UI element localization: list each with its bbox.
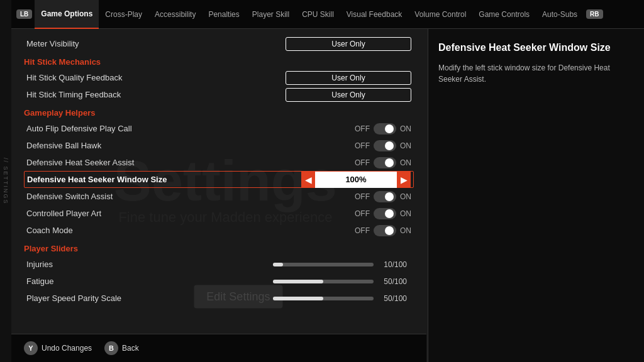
- injuries-slider-value: 10/100: [379, 260, 407, 269]
- hit-stick-quality-row: Hit Stick Quality Feedback User Only: [24, 69, 414, 86]
- bottom-bar: Y Undo Changes B Back: [11, 334, 426, 362]
- controlled-player-art-row: Controlled Player Art OFF ON: [24, 205, 414, 222]
- hit-stick-timing-dropdown[interactable]: User Only: [286, 88, 411, 102]
- hit-stick-section-label: Hit Stick Mechanics: [24, 57, 414, 67]
- auto-flip-off-label: OFF: [355, 124, 370, 133]
- fatigue-label: Fatigue: [26, 277, 273, 286]
- nav-visual-feedback[interactable]: Visual Feedback: [340, 0, 409, 29]
- switch-assist-off-label: OFF: [355, 192, 370, 201]
- rb-button[interactable]: RB: [586, 9, 602, 19]
- fatigue-row: Fatigue 50/100: [24, 273, 414, 290]
- heat-seeker-assist-row: Defensive Heat Seeker Assist OFF ON: [24, 154, 414, 171]
- right-panel-description: Modify the left stick window size for De…: [438, 62, 634, 85]
- meter-visibility-label: Meter Visibility: [26, 39, 286, 48]
- coach-mode-row: Coach Mode OFF ON: [24, 222, 414, 239]
- hit-stick-timing-row: Hit Stick Timing Feedback User Only: [24, 86, 414, 103]
- undo-label: Undo Changes: [42, 344, 92, 353]
- heat-seeker-assist-toggle-group: OFF ON: [355, 157, 411, 168]
- right-panel: Defensive Heat Seeker Window Size Modify…: [428, 29, 644, 362]
- controlled-player-art-label: Controlled Player Art: [26, 209, 355, 218]
- speed-parity-slider-bar[interactable]: [273, 297, 374, 300]
- nav-cpu-skill[interactable]: CPU Skill: [296, 0, 340, 29]
- speed-parity-row: Player Speed Parity Scale 50/100: [24, 290, 414, 307]
- nav-game-options[interactable]: Game Options: [35, 0, 99, 29]
- ball-hawk-row: Defensive Ball Hawk OFF ON: [24, 137, 414, 154]
- back-label: Back: [122, 344, 139, 353]
- heat-seeker-window-increase[interactable]: ▶: [397, 172, 411, 188]
- switch-assist-label: Defensive Switch Assist: [26, 192, 355, 201]
- auto-flip-label: Auto Flip Defensive Play Call: [26, 124, 355, 133]
- meter-visibility-dropdown[interactable]: User Only: [286, 37, 411, 51]
- lb-button[interactable]: LB: [16, 9, 32, 19]
- controlled-player-art-off-label: OFF: [355, 209, 370, 218]
- sidebar: // SETTINGS: [0, 0, 11, 362]
- controlled-player-art-on-label: ON: [400, 209, 411, 218]
- player-sliders-section-label: Player Sliders: [24, 244, 414, 253]
- top-nav: LB Game Options Cross-Play Accessibility…: [11, 0, 644, 29]
- sidebar-label: // SETTINGS: [3, 158, 9, 205]
- back-button[interactable]: B Back: [104, 341, 139, 355]
- nav-player-skill[interactable]: Player Skill: [246, 0, 296, 29]
- coach-mode-on-label: ON: [400, 226, 411, 235]
- ball-hawk-label: Defensive Ball Hawk: [26, 141, 355, 150]
- main-content: Meter Visibility User Only Hit Stick Mec…: [11, 29, 426, 334]
- heat-seeker-assist-on-label: ON: [400, 158, 411, 167]
- switch-assist-toggle[interactable]: [374, 191, 396, 202]
- fatigue-slider-group: 50/100: [273, 277, 411, 286]
- coach-mode-off-label: OFF: [355, 226, 370, 235]
- controlled-player-art-toggle[interactable]: [374, 208, 396, 219]
- hit-stick-timing-label: Hit Stick Timing Feedback: [26, 90, 286, 99]
- heat-seeker-assist-toggle[interactable]: [374, 157, 396, 168]
- ball-hawk-toggle-group: OFF ON: [355, 140, 411, 151]
- heat-seeker-window-row: Defensive Heat Seeker Window Size ◀ 100%…: [24, 171, 414, 188]
- speed-parity-slider-value: 50/100: [379, 294, 407, 303]
- right-panel-title: Defensive Heat Seeker Window Size: [438, 41, 634, 55]
- nav-volume-control[interactable]: Volume Control: [408, 0, 472, 29]
- ball-hawk-off-label: OFF: [355, 141, 370, 150]
- injuries-row: Injuries 10/100: [24, 256, 414, 273]
- auto-flip-row: Auto Flip Defensive Play Call OFF ON: [24, 120, 414, 137]
- gameplay-helpers-section-label: Gameplay Helpers: [24, 108, 414, 118]
- hit-stick-quality-label: Hit Stick Quality Feedback: [26, 73, 286, 82]
- nav-penalties[interactable]: Penalties: [202, 0, 245, 29]
- heat-seeker-window-control: ◀ 100% ▶: [301, 172, 411, 188]
- controlled-player-art-toggle-group: OFF ON: [355, 208, 411, 219]
- undo-icon: Y: [24, 341, 38, 355]
- injuries-slider-bar[interactable]: [273, 263, 374, 266]
- switch-assist-on-label: ON: [400, 192, 411, 201]
- nav-game-controls[interactable]: Game Controls: [472, 0, 536, 29]
- heat-seeker-assist-label: Defensive Heat Seeker Assist: [26, 158, 355, 167]
- speed-parity-slider-fill: [273, 297, 323, 300]
- heat-seeker-window-label: Defensive Heat Seeker Window Size: [27, 175, 301, 184]
- heat-seeker-window-value: 100%: [315, 172, 397, 188]
- coach-mode-label: Coach Mode: [26, 226, 355, 235]
- hit-stick-quality-dropdown[interactable]: User Only: [286, 71, 411, 85]
- fatigue-slider-bar[interactable]: [273, 280, 374, 283]
- auto-flip-on-label: ON: [400, 124, 411, 133]
- back-icon: B: [104, 341, 118, 355]
- fatigue-slider-value: 50/100: [379, 277, 407, 286]
- fatigue-slider-fill: [273, 280, 323, 283]
- nav-cross-play[interactable]: Cross-Play: [99, 0, 148, 29]
- heat-seeker-assist-off-label: OFF: [355, 158, 370, 167]
- heat-seeker-window-decrease[interactable]: ◀: [301, 172, 315, 188]
- speed-parity-label: Player Speed Parity Scale: [26, 293, 273, 303]
- injuries-label: Injuries: [26, 260, 273, 269]
- coach-mode-toggle[interactable]: [374, 225, 396, 236]
- auto-flip-toggle-group: OFF ON: [355, 123, 411, 134]
- nav-accessibility[interactable]: Accessibility: [148, 0, 202, 29]
- switch-assist-toggle-group: OFF ON: [355, 191, 411, 202]
- ball-hawk-toggle[interactable]: [374, 140, 396, 151]
- switch-assist-row: Defensive Switch Assist OFF ON: [24, 188, 414, 205]
- nav-auto-subs[interactable]: Auto-Subs: [536, 0, 584, 29]
- meter-visibility-row: Meter Visibility User Only: [24, 35, 414, 52]
- coach-mode-toggle-group: OFF ON: [355, 225, 411, 236]
- undo-changes-button[interactable]: Y Undo Changes: [24, 341, 92, 355]
- auto-flip-toggle[interactable]: [374, 123, 396, 134]
- injuries-slider-group: 10/100: [273, 260, 411, 269]
- injuries-slider-fill: [273, 263, 283, 266]
- ball-hawk-on-label: ON: [400, 141, 411, 150]
- speed-parity-slider-group: 50/100: [273, 294, 411, 303]
